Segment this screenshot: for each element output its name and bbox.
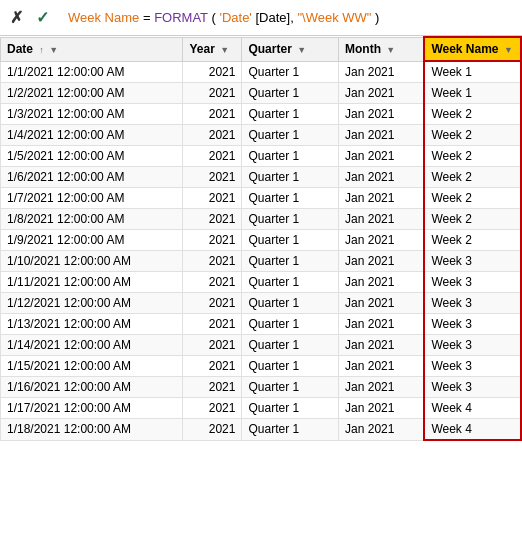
cell-quarter: Quarter 1 xyxy=(242,230,339,251)
cell-quarter: Quarter 1 xyxy=(242,398,339,419)
cell-date: 1/13/2021 12:00:00 AM xyxy=(1,314,183,335)
column-header-quarter[interactable]: Quarter ▼ xyxy=(242,37,339,61)
table-row: 1/13/2021 12:00:00 AM2021Quarter 1Jan 20… xyxy=(1,314,522,335)
cell-year: 2021 xyxy=(183,230,242,251)
cell-year: 2021 xyxy=(183,125,242,146)
table-row: 1/14/2021 12:00:00 AM2021Quarter 1Jan 20… xyxy=(1,335,522,356)
cell-quarter: Quarter 1 xyxy=(242,104,339,125)
cell-month: Jan 2021 xyxy=(339,83,425,104)
filter-icon-quarter[interactable]: ▼ xyxy=(297,45,306,55)
cell-week-name: Week 3 xyxy=(424,356,521,377)
cell-date: 1/9/2021 12:00:00 AM xyxy=(1,230,183,251)
cell-year: 2021 xyxy=(183,293,242,314)
filter-icon-year[interactable]: ▼ xyxy=(220,45,229,55)
data-table: Date ↑ ▼ Year ▼ Quarter ▼ Month ▼ Week xyxy=(0,36,522,441)
table-row: 1/6/2021 12:00:00 AM2021Quarter 1Jan 202… xyxy=(1,167,522,188)
column-header-week-name[interactable]: Week Name ▼ xyxy=(424,37,521,61)
cell-week-name: Week 3 xyxy=(424,335,521,356)
cell-year: 2021 xyxy=(183,104,242,125)
table-container: Date ↑ ▼ Year ▼ Quarter ▼ Month ▼ Week xyxy=(0,36,522,550)
cell-year: 2021 xyxy=(183,356,242,377)
cell-date: 1/15/2021 12:00:00 AM xyxy=(1,356,183,377)
cell-month: Jan 2021 xyxy=(339,188,425,209)
cell-quarter: Quarter 1 xyxy=(242,293,339,314)
cell-month: Jan 2021 xyxy=(339,272,425,293)
column-header-month[interactable]: Month ▼ xyxy=(339,37,425,61)
cell-month: Jan 2021 xyxy=(339,356,425,377)
cell-year: 2021 xyxy=(183,377,242,398)
cell-date: 1/5/2021 12:00:00 AM xyxy=(1,146,183,167)
confirm-icon[interactable]: ✓ xyxy=(32,8,52,27)
column-header-year[interactable]: Year ▼ xyxy=(183,37,242,61)
filter-icon-date[interactable]: ▼ xyxy=(49,45,58,55)
column-label-month: Month xyxy=(345,42,381,56)
cell-month: Jan 2021 xyxy=(339,377,425,398)
cell-quarter: Quarter 1 xyxy=(242,188,339,209)
cell-week-name: Week 2 xyxy=(424,167,521,188)
table-row: 1/8/2021 12:00:00 AM2021Quarter 1Jan 202… xyxy=(1,209,522,230)
cell-year: 2021 xyxy=(183,272,242,293)
column-label-week-name: Week Name xyxy=(431,42,498,56)
cell-week-name: Week 3 xyxy=(424,314,521,335)
cell-date: 1/17/2021 12:00:00 AM xyxy=(1,398,183,419)
cell-date: 1/4/2021 12:00:00 AM xyxy=(1,125,183,146)
column-header-date[interactable]: Date ↑ ▼ xyxy=(1,37,183,61)
column-label-year: Year xyxy=(189,42,214,56)
cell-week-name: Week 3 xyxy=(424,377,521,398)
cell-week-name: Week 2 xyxy=(424,104,521,125)
table-row: 1/9/2021 12:00:00 AM2021Quarter 1Jan 202… xyxy=(1,230,522,251)
table-row: 1/18/2021 12:00:00 AM2021Quarter 1Jan 20… xyxy=(1,419,522,441)
cell-date: 1/3/2021 12:00:00 AM xyxy=(1,104,183,125)
table-row: 1/7/2021 12:00:00 AM2021Quarter 1Jan 202… xyxy=(1,188,522,209)
table-row: 1/1/2021 12:00:00 AM2021Quarter 1Jan 202… xyxy=(1,61,522,83)
cell-week-name: Week 2 xyxy=(424,209,521,230)
cell-year: 2021 xyxy=(183,251,242,272)
cell-quarter: Quarter 1 xyxy=(242,419,339,441)
cell-date: 1/2/2021 12:00:00 AM xyxy=(1,83,183,104)
cell-month: Jan 2021 xyxy=(339,230,425,251)
cell-date: 1/10/2021 12:00:00 AM xyxy=(1,251,183,272)
table-header-row: Date ↑ ▼ Year ▼ Quarter ▼ Month ▼ Week xyxy=(1,37,522,61)
cell-year: 2021 xyxy=(183,146,242,167)
table-row: 1/4/2021 12:00:00 AM2021Quarter 1Jan 202… xyxy=(1,125,522,146)
column-label-quarter: Quarter xyxy=(248,42,291,56)
cell-month: Jan 2021 xyxy=(339,104,425,125)
cell-month: Jan 2021 xyxy=(339,167,425,188)
cell-week-name: Week 2 xyxy=(424,230,521,251)
cell-quarter: Quarter 1 xyxy=(242,356,339,377)
cell-month: Jan 2021 xyxy=(339,398,425,419)
cell-year: 2021 xyxy=(183,83,242,104)
cell-week-name: Week 3 xyxy=(424,272,521,293)
filter-icon-week-name[interactable]: ▼ xyxy=(504,45,513,55)
cell-month: Jan 2021 xyxy=(339,419,425,441)
cell-date: 1/16/2021 12:00:00 AM xyxy=(1,377,183,398)
cell-week-name: Week 2 xyxy=(424,188,521,209)
table-row: 1/3/2021 12:00:00 AM2021Quarter 1Jan 202… xyxy=(1,104,522,125)
cell-date: 1/8/2021 12:00:00 AM xyxy=(1,209,183,230)
cell-quarter: Quarter 1 xyxy=(242,335,339,356)
cancel-icon[interactable]: ✗ xyxy=(6,8,26,27)
formula-bar-icons: ✗ ✓ xyxy=(6,8,52,27)
cell-week-name: Week 1 xyxy=(424,83,521,104)
cell-year: 2021 xyxy=(183,61,242,83)
cell-quarter: Quarter 1 xyxy=(242,83,339,104)
cell-date: 1/1/2021 12:00:00 AM xyxy=(1,61,183,83)
cell-quarter: Quarter 1 xyxy=(242,251,339,272)
cell-month: Jan 2021 xyxy=(339,335,425,356)
table-row: 1/5/2021 12:00:00 AM2021Quarter 1Jan 202… xyxy=(1,146,522,167)
cell-week-name: Week 4 xyxy=(424,398,521,419)
cell-year: 2021 xyxy=(183,167,242,188)
cell-year: 2021 xyxy=(183,398,242,419)
formula-text: Week Name = FORMAT ( 'Date' [Date], "\We… xyxy=(68,10,516,25)
cell-week-name: Week 3 xyxy=(424,251,521,272)
table-row: 1/17/2021 12:00:00 AM2021Quarter 1Jan 20… xyxy=(1,398,522,419)
sort-icon-date[interactable]: ↑ xyxy=(39,45,44,55)
table-row: 1/11/2021 12:00:00 AM2021Quarter 1Jan 20… xyxy=(1,272,522,293)
cell-quarter: Quarter 1 xyxy=(242,272,339,293)
cell-quarter: Quarter 1 xyxy=(242,209,339,230)
filter-icon-month[interactable]: ▼ xyxy=(386,45,395,55)
cell-week-name: Week 1 xyxy=(424,61,521,83)
cell-month: Jan 2021 xyxy=(339,209,425,230)
cell-month: Jan 2021 xyxy=(339,146,425,167)
table-row: 1/16/2021 12:00:00 AM2021Quarter 1Jan 20… xyxy=(1,377,522,398)
